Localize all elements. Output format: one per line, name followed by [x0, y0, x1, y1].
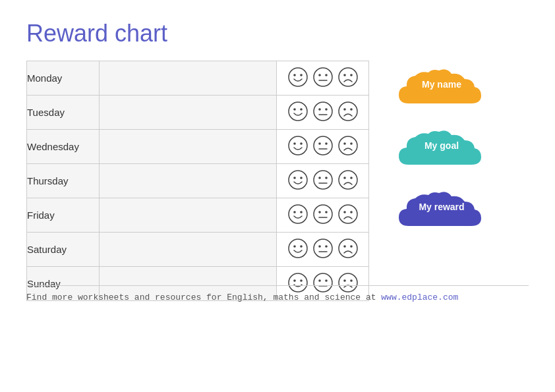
svg-point-9: [350, 74, 353, 76]
day-label: Wednesday: [27, 130, 100, 164]
svg-point-68: [343, 279, 346, 282]
happy-face-icon[interactable]: [287, 66, 309, 91]
sad-face-icon[interactable]: [337, 237, 359, 262]
happy-face-icon[interactable]: [287, 237, 309, 262]
footer-divider: [26, 285, 529, 286]
day-label: Thursday: [27, 164, 100, 198]
svg-point-51: [293, 245, 296, 248]
svg-point-50: [289, 239, 307, 258]
emoji-row: [277, 134, 368, 159]
cloud-underline: [412, 165, 471, 166]
svg-point-13: [314, 102, 332, 121]
svg-point-4: [318, 74, 321, 76]
svg-point-25: [325, 142, 328, 145]
happy-face-icon[interactable]: [287, 169, 309, 194]
svg-point-24: [318, 142, 321, 145]
sad-face-icon[interactable]: [337, 134, 359, 159]
svg-point-12: [300, 108, 303, 111]
page-title: Reward chart: [26, 20, 529, 47]
footer: Find more worksheets and resources for E…: [26, 285, 529, 302]
neutral-face-icon[interactable]: [312, 237, 334, 262]
svg-point-14: [318, 108, 321, 111]
day-label: Friday: [27, 198, 100, 233]
emoji-row: [277, 203, 368, 228]
footer-text: Find more worksheets and resources for E…: [26, 293, 529, 302]
svg-point-35: [325, 177, 328, 179]
cloud-label: My name: [395, 79, 488, 90]
svg-point-21: [293, 142, 296, 145]
emoji-cell: [277, 96, 369, 130]
svg-point-10: [289, 102, 307, 121]
happy-face-icon[interactable]: [287, 203, 309, 228]
svg-point-2: [300, 74, 303, 76]
cloud-label: My reward: [395, 202, 488, 212]
svg-point-28: [343, 142, 346, 145]
svg-point-27: [339, 136, 357, 155]
emoji-cell: [277, 233, 369, 267]
table-row: Monday: [27, 61, 369, 96]
table-row: Tuesday: [27, 96, 369, 130]
svg-point-54: [318, 245, 321, 248]
emoji-cell: [277, 164, 369, 198]
sad-face-icon[interactable]: [337, 100, 359, 125]
table-row: Friday: [27, 198, 369, 233]
cloud-item: My goal: [395, 128, 488, 178]
neutral-face-icon[interactable]: [312, 203, 334, 228]
svg-point-17: [339, 102, 357, 121]
neutral-face-icon[interactable]: [312, 134, 334, 159]
reward-chart-table: Monday Tuesday: [26, 61, 369, 301]
svg-point-62: [300, 279, 303, 282]
svg-point-44: [318, 211, 321, 213]
svg-point-45: [325, 211, 328, 213]
svg-point-48: [343, 211, 346, 213]
svg-point-32: [300, 177, 303, 179]
svg-point-55: [325, 245, 328, 248]
svg-point-53: [314, 239, 332, 258]
sad-face-icon[interactable]: [337, 66, 359, 91]
happy-face-icon[interactable]: [287, 134, 309, 159]
neutral-face-icon[interactable]: [312, 66, 334, 91]
svg-point-1: [293, 74, 296, 76]
page: Reward chart Monday: [0, 0, 555, 314]
svg-point-33: [314, 171, 332, 189]
svg-point-5: [325, 74, 328, 76]
svg-point-0: [289, 68, 307, 86]
svg-point-15: [325, 108, 328, 111]
emoji-cell: [277, 198, 369, 233]
svg-point-57: [339, 239, 357, 258]
sad-face-icon[interactable]: [337, 203, 359, 228]
svg-point-43: [314, 205, 332, 223]
emoji-row: [277, 66, 368, 91]
svg-point-41: [293, 211, 296, 213]
svg-point-65: [325, 279, 328, 282]
clouds-panel: My name My goal My reward: [395, 67, 488, 239]
day-label: Tuesday: [27, 96, 100, 130]
svg-point-47: [339, 205, 357, 223]
sad-face-icon[interactable]: [337, 169, 359, 194]
table-row: Thursday: [27, 164, 369, 198]
svg-point-18: [343, 108, 346, 111]
day-label: Monday: [27, 61, 100, 96]
blank-area: [99, 130, 276, 164]
blank-area: [99, 198, 276, 233]
svg-point-64: [318, 279, 321, 282]
neutral-face-icon[interactable]: [312, 100, 334, 125]
emoji-row: [277, 237, 368, 262]
svg-point-22: [300, 142, 303, 145]
footer-link[interactable]: www.edplace.com: [381, 293, 458, 302]
cloud-underline: [412, 103, 471, 105]
blank-area: [99, 61, 276, 96]
svg-point-61: [293, 279, 296, 282]
svg-point-59: [350, 245, 353, 248]
svg-point-52: [300, 245, 303, 248]
emoji-cell: [277, 61, 369, 96]
emoji-row: [277, 169, 368, 194]
svg-point-20: [289, 136, 307, 155]
emoji-row: [277, 100, 368, 125]
svg-point-7: [339, 68, 357, 86]
cloud-label: My goal: [395, 140, 488, 151]
happy-face-icon[interactable]: [287, 100, 309, 125]
svg-point-11: [293, 108, 296, 111]
svg-point-30: [289, 171, 307, 189]
neutral-face-icon[interactable]: [312, 169, 334, 194]
